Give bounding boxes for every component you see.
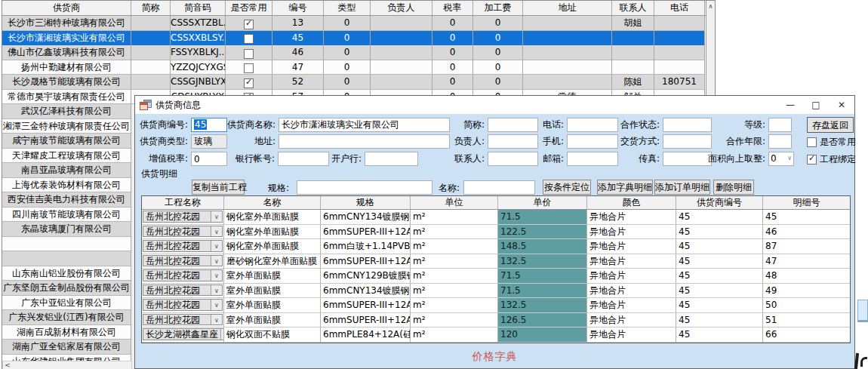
detail-row[interactable]: 岳州北控花园∨室外单面贴膜6mmSUPER-III+12A(硅...m²132.… bbox=[142, 298, 850, 313]
column-header-processing-fee[interactable]: 加工费 bbox=[473, 1, 523, 15]
dropdown-arrow-icon[interactable]: ∨ bbox=[787, 152, 792, 165]
scroll-left-icon[interactable]: < bbox=[3, 361, 12, 369]
vat-rate-input[interactable] bbox=[191, 152, 227, 166]
combobox-arrow-icon[interactable]: ∨ bbox=[211, 315, 222, 325]
maximize-button[interactable]: □ bbox=[803, 96, 829, 114]
column-header-common-use[interactable]: 是否常用 bbox=[226, 1, 272, 15]
supplier-row[interactable]: 长沙市三湘特种玻璃有限公司CSSSXTZBL...✓13000胡姐 bbox=[2, 16, 716, 31]
bank-input[interactable] bbox=[365, 152, 418, 166]
close-button[interactable]: ✕ bbox=[829, 96, 854, 114]
column-header-phone[interactable]: 电话 bbox=[654, 1, 705, 15]
supplier-cell-supplier: 长沙市三湘特种玻璃有限公司 bbox=[2, 16, 131, 31]
combobox-frame: 岳州北控花园∨ bbox=[143, 255, 223, 267]
add-order-detail-button[interactable]: 添加订单明细 bbox=[654, 180, 710, 195]
column-header-supplier-no[interactable]: 供货商编号 bbox=[676, 196, 763, 209]
scroll-up-icon[interactable]: ∧ bbox=[706, 1, 715, 13]
minimize-button[interactable]: — bbox=[777, 96, 803, 114]
project-combobox[interactable]: 岳州北控花园∨ bbox=[142, 313, 224, 328]
supplier-no-label: 供货商编号: bbox=[137, 118, 188, 132]
common-checkbox[interactable]: ✓ bbox=[244, 78, 254, 88]
project-combobox[interactable]: 岳州北控花园∨ bbox=[142, 298, 224, 313]
column-header-leader[interactable]: 负责人 bbox=[371, 1, 432, 15]
project-combobox[interactable]: 岳州北控花园∨ bbox=[142, 210, 224, 225]
column-header-name[interactable]: 名称 bbox=[224, 196, 321, 209]
save-return-button[interactable]: 存盘返回 bbox=[807, 117, 854, 133]
column-header-number[interactable]: 编号 bbox=[272, 1, 324, 15]
add-dictionary-detail-button[interactable]: 添加字典明细 bbox=[597, 180, 653, 195]
address-input[interactable] bbox=[279, 134, 450, 149]
supplier-cell-leader bbox=[371, 75, 432, 90]
project-combobox[interactable]: 岳州北控花园∨ bbox=[142, 254, 224, 269]
combobox-arrow-icon[interactable]: ∨ bbox=[211, 241, 222, 251]
column-header-unit[interactable]: 单位 bbox=[411, 196, 498, 209]
column-header-type[interactable]: 类型 bbox=[324, 1, 371, 15]
column-header-contact[interactable]: 联系人 bbox=[612, 1, 654, 15]
detail-row[interactable]: 岳州北控花园∨室外单面贴膜6mmSUPER-III+12A(硅...m²126.… bbox=[142, 313, 850, 328]
column-header-address[interactable]: 地址 bbox=[523, 1, 612, 15]
combobox-arrow-icon[interactable]: ∨ bbox=[211, 211, 222, 222]
project-combobox-value: 岳州北控花园 bbox=[143, 211, 211, 222]
detail-row[interactable]: 岳州北控花园∨室外单面贴膜6mmCNY129B镀膜钢化m²71.5异地合片454… bbox=[142, 269, 850, 284]
coop-years-input[interactable] bbox=[768, 134, 792, 149]
locate-by-condition-button[interactable]: 按条件定位 bbox=[543, 180, 591, 195]
background-text-fragment bbox=[854, 353, 859, 369]
detail-row[interactable]: 长沙龙湖祺鑫星座∨钢化双面不贴膜6mmPLE84+12A(硅酮胶...m²120… bbox=[142, 327, 850, 343]
supplier-cell-supplier: 武汉亿泽科技有限公司 bbox=[2, 104, 131, 119]
delete-detail-button[interactable]: 删除明细 bbox=[713, 180, 754, 195]
supplier-cell-supplier bbox=[2, 237, 131, 252]
column-header-project-name[interactable]: 工程名称 bbox=[142, 196, 224, 209]
supplier-cell-supplier: 广东坚朗五金制品股份有限公司 bbox=[2, 281, 131, 296]
project-combobox[interactable]: 岳州北控花园∨ bbox=[142, 269, 224, 284]
detail-cell-unit: m² bbox=[411, 254, 498, 269]
project-bind-checkbox-field[interactable]: ✓工程绑定 bbox=[807, 152, 856, 167]
round-up-dropdown[interactable]: 0 ∨ bbox=[768, 152, 794, 166]
project-combobox[interactable]: 岳州北控花园∨ bbox=[142, 284, 224, 299]
spec-filter-input[interactable] bbox=[297, 180, 432, 195]
supplier-row[interactable]: 长沙市潇湘玻璃实业有限公司CSSXXBLSY...45000 bbox=[2, 31, 716, 46]
detail-cell-unit: m² bbox=[411, 269, 498, 284]
column-header-short-name[interactable]: 简称 bbox=[131, 1, 171, 15]
common-use-checkbox-field[interactable]: 是否常用 bbox=[807, 135, 856, 149]
delivery-method-label: 交货方式: bbox=[608, 134, 660, 149]
name-filter-input[interactable] bbox=[463, 180, 535, 195]
column-header-color[interactable]: 颜色 bbox=[587, 196, 676, 209]
supplier-cell-tax: 0 bbox=[432, 60, 473, 75]
detail-row[interactable]: 岳州北控花园∨钢化室外单面贴膜6mm白玻+1.14PVB+6mm...m²148… bbox=[142, 239, 850, 254]
column-header-detail-no[interactable]: 明细号 bbox=[763, 196, 850, 209]
supply-detail-section-label: 供货明细 bbox=[141, 168, 177, 180]
supplier-row[interactable]: 长沙晟格节能玻璃有限公司CSSGJNBLYXGS✓52000陈姐180751 bbox=[2, 75, 716, 90]
combobox-arrow-icon[interactable]: ∨ bbox=[211, 285, 222, 296]
supplier-name-input[interactable] bbox=[279, 118, 450, 132]
supplier-row[interactable]: 扬州中勤建材有限公司YZZQJCYXGS47000 bbox=[2, 60, 716, 75]
combobox-arrow-icon[interactable]: ∨ bbox=[211, 300, 222, 310]
column-header-tax-rate[interactable]: 税率 bbox=[432, 1, 473, 15]
common-checkbox[interactable] bbox=[244, 34, 254, 44]
column-header-pinyin-code[interactable]: 简音码 bbox=[171, 1, 226, 15]
combobox-arrow-icon[interactable]: ∨ bbox=[211, 256, 222, 266]
project-combobox-value: 岳州北控花园 bbox=[143, 300, 211, 310]
detail-row[interactable]: 岳州北控花园∨磨砂钢化室外单面贴膜6mmSUPER-III+12A(硅...m²… bbox=[142, 254, 850, 269]
dialog-titlebar[interactable]: 供货商信息 — □ ✕ bbox=[135, 96, 854, 114]
detail-cell-name: 钢化室外单面贴膜 bbox=[224, 239, 321, 254]
supplier-cell-fee: 0 bbox=[473, 60, 523, 75]
copy-current-project-button[interactable]: 复制当前工程 bbox=[192, 180, 245, 195]
project-combobox[interactable]: 岳州北控花园∨ bbox=[142, 225, 224, 240]
column-header-unit-price[interactable]: 单价 bbox=[498, 196, 587, 209]
checkbox-unchecked-icon[interactable] bbox=[807, 137, 817, 147]
project-combobox[interactable]: 长沙龙湖祺鑫星座∨ bbox=[142, 327, 224, 343]
detail-row[interactable]: 岳州北控花园∨钢化室外单面贴膜6mmCNY134镀膜钢化m²71.5异地合片45… bbox=[142, 210, 850, 225]
checkbox-checked-icon[interactable]: ✓ bbox=[807, 155, 817, 165]
combobox-arrow-icon[interactable]: ∨ bbox=[211, 270, 222, 281]
column-header-spec[interactable]: 规格 bbox=[321, 196, 411, 209]
common-checkbox[interactable] bbox=[244, 63, 254, 73]
column-header-supplier[interactable]: 供货商 bbox=[2, 1, 131, 15]
common-checkbox[interactable]: ✓ bbox=[244, 20, 254, 29]
supplier-row[interactable]: 佛山市亿鑫玻璃科技有限公司FSSYXBLKJ...46000 bbox=[2, 45, 716, 60]
grid-horizontal-scrollbar[interactable]: < bbox=[2, 361, 132, 369]
grade-input[interactable] bbox=[768, 118, 792, 132]
common-checkbox[interactable] bbox=[244, 49, 254, 59]
detail-row[interactable]: 岳州北控花园∨室外单面贴膜6mmCNY134镀膜钢化m²71.5异地合片4549 bbox=[142, 284, 850, 299]
combobox-arrow-icon[interactable]: ∨ bbox=[211, 226, 222, 237]
project-combobox[interactable]: 岳州北控花园∨ bbox=[142, 239, 224, 254]
detail-row[interactable]: 岳州北控花园∨钢化室外单面贴膜6mmSUPER-III+12A(硅...m²12… bbox=[142, 225, 850, 240]
